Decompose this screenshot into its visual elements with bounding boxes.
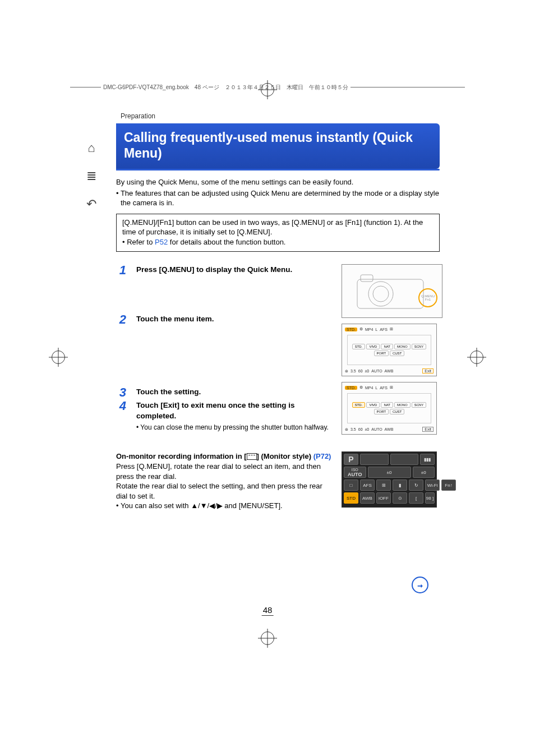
home-icon[interactable]: ⌂ — [81, 138, 102, 158]
link-p52[interactable]: P52 — [155, 238, 168, 246]
page-title: Calling frequently-used menus instantly … — [124, 130, 431, 161]
exit-button: Exit — [422, 368, 433, 374]
svg-point-2 — [368, 282, 393, 306]
back-icon[interactable]: ↶ — [81, 194, 102, 214]
menu-icon[interactable]: ≣ — [81, 166, 102, 186]
qmenu-button-callout: Q.MENU Fn1 — [418, 288, 437, 307]
selected-setting: STD — [344, 492, 358, 504]
lcd-icon: STD. — [345, 328, 357, 331]
registration-mark — [52, 351, 65, 364]
next-page-arrow-icon[interactable]: → — [412, 577, 428, 593]
sidebar-nav: ⌂ ≣ ↶ — [81, 138, 106, 214]
registration-mark — [261, 631, 274, 645]
figure-camera: Q.MENU Fn1 — [342, 264, 442, 318]
info-line-link: • Refer to P52 for details about the fun… — [122, 237, 433, 247]
step-title: Touch the setting. — [136, 387, 331, 397]
step-number: 4 — [116, 400, 126, 412]
intro-text: By using the Quick Menu, some of the men… — [116, 177, 440, 208]
step-title: Press [Q.MENU] to display the Quick Menu… — [136, 265, 331, 275]
monitor-style-text: On-monitor recording information in [] (… — [116, 451, 331, 510]
registration-mark — [261, 83, 274, 96]
monitor-style-icon — [247, 453, 257, 460]
link-p72[interactable]: (P72) — [313, 452, 331, 460]
intro-line: By using the Quick Menu, some of the men… — [116, 177, 440, 187]
exit-button: Exit — [422, 427, 433, 432]
step-number: 3 — [116, 386, 126, 399]
figure-lcd-step2: STD. ⚙ MP4 L AFS ⊞ STD. VIVD NAT MONO — [342, 324, 437, 376]
svg-rect-0 — [357, 279, 423, 308]
step-title: Touch [Exit] to exit menu once the setti… — [136, 400, 331, 421]
mode-indicator: P — [344, 454, 358, 465]
title-rule — [116, 169, 440, 170]
intro-bullet: • The features that can be adjusted usin… — [116, 188, 440, 208]
step-1: 1 Press [Q.MENU] to display the Quick Me… — [116, 264, 331, 314]
step-number: 2 — [116, 314, 126, 326]
figure-monitor-panel: P ▮▮▮ ISO AUTO ±0 ±0 □ — [342, 451, 437, 508]
step-3: 3 Touch the setting. — [116, 386, 331, 400]
figure-lcd-step3: STD. ⚙ MP4 L AFS ⊞ STD. VIVD NAT MONO — [342, 382, 437, 435]
step-2: 2 Touch the menu item. — [116, 314, 331, 386]
step-number: 1 — [116, 264, 126, 276]
breadcrumb: Preparation — [121, 112, 440, 120]
step-4: 4 Touch [Exit] to exit menu once the set… — [116, 400, 331, 431]
info-box: [Q.MENU]/[Fn1] button can be used in two… — [116, 214, 440, 252]
page-number: 48 — [262, 605, 274, 616]
info-line: [Q.MENU]/[Fn1] button can be used in two… — [122, 218, 433, 237]
step-note: • You can close the menu by pressing the… — [136, 423, 331, 431]
svg-point-3 — [373, 286, 389, 302]
registration-mark — [470, 351, 483, 364]
page-title-bar: Calling frequently-used menus instantly … — [116, 123, 440, 169]
step-title: Touch the menu item. — [136, 314, 331, 324]
svg-rect-1 — [361, 275, 373, 282]
